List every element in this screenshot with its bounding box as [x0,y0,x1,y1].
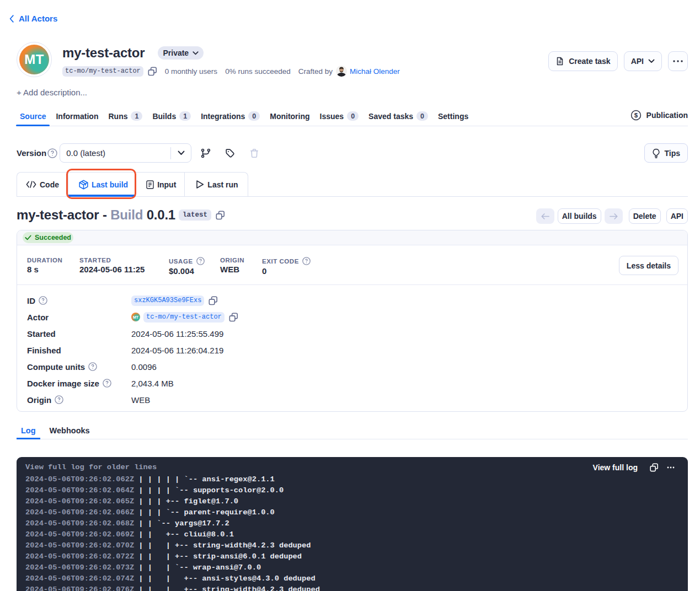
svg-text:$: $ [634,112,638,119]
